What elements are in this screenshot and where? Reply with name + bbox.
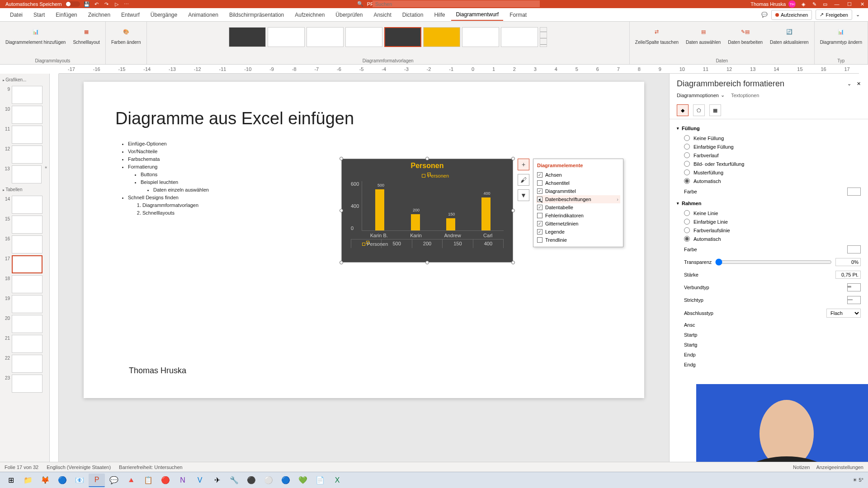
dash-select[interactable]: —	[847, 296, 861, 304]
chart-plot-area[interactable]: 600 400 0 500200150400	[342, 181, 513, 231]
width-value[interactable]	[835, 271, 861, 279]
fill-solid-radio[interactable]: Einfarbige Füllung	[677, 142, 861, 151]
style-thumb-4[interactable]	[345, 27, 382, 47]
slide-thumb[interactable]: 18	[2, 275, 47, 293]
change-type-button[interactable]: 📊Diagrammtyp ändern	[818, 23, 864, 46]
vscode-icon[interactable]: V	[192, 474, 208, 487]
select-data-button[interactable]: ▤Daten auswählen	[684, 23, 722, 46]
accessibility-indicator[interactable]: Barrierefreiheit: Untersuchen	[119, 465, 183, 470]
app-icon[interactable]: 🔧	[226, 474, 242, 487]
telegram-icon[interactable]: ✈	[209, 474, 225, 487]
border-color-swatch[interactable]	[847, 245, 861, 253]
transparency-value[interactable]	[835, 258, 861, 266]
undo-icon[interactable]: ↶	[94, 1, 100, 7]
app-icon[interactable]: 💚	[295, 474, 311, 487]
slide-thumbnails[interactable]: Grafiken... 910111213★ Tabellen 14151617…	[0, 74, 50, 474]
checkbox[interactable]: ✓	[537, 229, 542, 235]
app-icon[interactable]: 🔵	[278, 474, 294, 487]
slide-thumb[interactable]: 23	[2, 375, 47, 393]
compound-select[interactable]: ═	[847, 283, 861, 291]
border-none-radio[interactable]: Keine Linie	[677, 209, 861, 217]
style-thumb-3[interactable]	[307, 27, 344, 47]
bar[interactable]: 500	[375, 189, 384, 230]
app-icon[interactable]: 📋	[140, 474, 156, 487]
fill-auto-radio[interactable]: Automatisch	[677, 177, 861, 185]
border-auto-radio[interactable]: Automatisch	[677, 235, 861, 243]
start-button[interactable]: ⊞	[3, 474, 19, 487]
pen-icon[interactable]: ✎	[811, 1, 817, 7]
language-indicator[interactable]: Englisch (Vereinigte Staaten)	[47, 465, 111, 470]
search-input[interactable]	[373, 0, 540, 7]
tab-format[interactable]: Format	[505, 9, 531, 20]
chart-options-tab[interactable]: Diagrammoptionen ⌄	[677, 92, 725, 98]
style-thumb-7[interactable]	[462, 27, 499, 47]
excel-icon[interactable]: X	[329, 474, 345, 487]
text-options-tab[interactable]: Textoptionen	[731, 92, 759, 98]
maximize-button[interactable]: ☐	[845, 1, 854, 7]
edit-data-button[interactable]: ✎▤Daten bearbeiten	[726, 23, 764, 46]
slide-thumb[interactable]: 17	[2, 255, 47, 273]
resize-handle[interactable]	[425, 157, 429, 160]
onenote-icon[interactable]: N	[175, 474, 191, 487]
more-icon[interactable]: ⋯	[123, 1, 130, 7]
chart-elements-button[interactable]: +	[518, 159, 529, 170]
fill-line-icon[interactable]: ◆	[677, 104, 689, 116]
transparency-slider[interactable]	[715, 258, 832, 266]
style-more-button[interactable]	[540, 27, 547, 47]
tab-datei[interactable]: Datei	[5, 9, 27, 20]
effects-icon[interactable]: ⬠	[693, 104, 705, 116]
border-expander[interactable]: Rahmen	[677, 198, 861, 209]
chart-filter-button[interactable]: ▼	[518, 189, 529, 201]
resize-handle[interactable]	[511, 261, 515, 264]
checkbox[interactable]: ✓	[537, 172, 542, 178]
checkbox[interactable]: ✓	[537, 197, 542, 202]
outlook-icon[interactable]: 📧	[71, 474, 88, 487]
bar[interactable]: 150	[446, 218, 455, 230]
system-tray[interactable]: ☀ 5°	[853, 477, 863, 483]
firefox-icon[interactable]: 🦊	[37, 474, 53, 487]
bars[interactable]: 500200150400	[362, 181, 504, 231]
checkbox[interactable]: ✓	[537, 205, 542, 210]
fill-color-swatch[interactable]	[847, 188, 861, 196]
style-thumb-8[interactable]	[501, 27, 538, 47]
slide-thumb[interactable]: 9	[2, 86, 47, 104]
chart-element-item[interactable]: ✓Achsen	[536, 171, 620, 179]
slide-thumb[interactable]: 10	[2, 106, 47, 124]
size-props-icon[interactable]: ▦	[709, 104, 721, 116]
style-thumb-1[interactable]	[229, 27, 266, 47]
fill-none-radio[interactable]: Keine Füllung	[677, 134, 861, 142]
change-colors-button[interactable]: 🎨 Farben ändern	[109, 23, 143, 46]
tab-dictation[interactable]: Dictation	[398, 9, 428, 20]
chart[interactable]: Personen Personen 600 400 0 500200150400…	[341, 159, 513, 263]
slide-thumb[interactable]: 16	[2, 235, 47, 253]
tab-hilfe[interactable]: Hilfe	[429, 9, 449, 20]
fill-expander[interactable]: Füllung	[677, 123, 861, 134]
chart-element-item[interactable]: Fehlerindikatoren	[536, 211, 620, 220]
tab-zeichnen[interactable]: Zeichnen	[84, 9, 115, 20]
fill-picture-radio[interactable]: Bild- oder Texturfüllung	[677, 160, 861, 168]
style-thumb-5[interactable]	[384, 27, 421, 47]
style-thumb-6[interactable]	[423, 27, 460, 47]
chart-title[interactable]: Personen	[342, 159, 513, 173]
pane-close-icon[interactable]: ✕	[857, 81, 861, 86]
chart-element-item[interactable]: ✓Diagrammtitel	[536, 187, 620, 195]
chart-element-item[interactable]: ✓Datentabelle	[536, 203, 620, 211]
autosave-toggle[interactable]	[66, 1, 80, 7]
comments-icon[interactable]: 💬	[761, 12, 768, 18]
pane-dropdown-icon[interactable]: ⌄	[847, 81, 851, 86]
checkbox[interactable]: ✓	[537, 221, 542, 226]
slideshow-icon[interactable]: ▷	[113, 1, 120, 7]
slide-thumb[interactable]: 14	[2, 196, 47, 214]
redo-icon[interactable]: ↷	[104, 1, 110, 7]
slide-thumb[interactable]: 19	[2, 295, 47, 313]
slide-thumb[interactable]: 22	[2, 355, 47, 373]
cap-select[interactable]: Flach	[826, 309, 861, 318]
refresh-data-button[interactable]: 🔄Daten aktualisieren	[768, 23, 811, 46]
tab-entwurf[interactable]: Entwurf	[117, 9, 144, 20]
checkbox[interactable]	[537, 213, 542, 218]
quick-layout-button[interactable]: ▦ Schnelllayout	[71, 23, 101, 46]
style-thumb-2[interactable]	[268, 27, 305, 47]
close-button[interactable]: ✕	[858, 1, 866, 7]
checkbox[interactable]	[537, 237, 542, 243]
app-icon[interactable]: 📄	[312, 474, 328, 487]
